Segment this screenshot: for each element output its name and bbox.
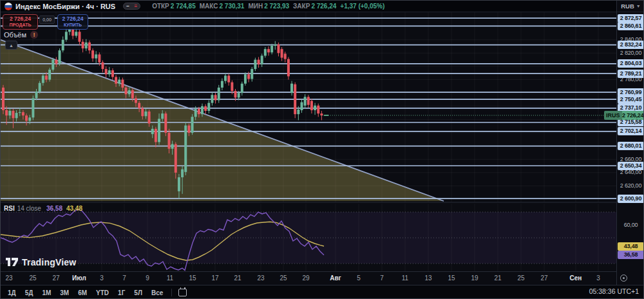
rsi-scale-label[interactable]: 36,58 xyxy=(618,251,644,259)
candle-body[interactable] xyxy=(241,84,243,93)
candle-body[interactable] xyxy=(221,81,223,88)
candle-body[interactable] xyxy=(231,82,233,91)
time-tick-label[interactable]: 27 xyxy=(52,275,59,282)
price-level-label[interactable]: 2 750,45 xyxy=(618,95,644,104)
price-level-label[interactable]: 2 872,57 xyxy=(618,14,644,23)
candle-body[interactable] xyxy=(264,49,267,55)
candle-body[interactable] xyxy=(75,32,77,35)
time-tick-label[interactable]: 11 xyxy=(402,275,408,282)
candle-body[interactable] xyxy=(158,119,160,142)
candle-body[interactable] xyxy=(141,108,144,116)
candle-body[interactable] xyxy=(48,70,51,79)
candle-body[interactable] xyxy=(45,75,48,79)
price-level-label[interactable]: 2 702,14 xyxy=(618,127,644,135)
candle-body[interactable] xyxy=(28,117,31,121)
candle-body[interactable] xyxy=(115,77,117,83)
collapse-pane-button[interactable]: ▲ xyxy=(5,41,17,50)
candle-body[interactable] xyxy=(32,98,34,117)
candle-body[interactable] xyxy=(131,90,134,98)
price-scale[interactable]: RUB ▼ 2 840,002 820,002 780,002 660,002 … xyxy=(616,1,644,285)
candle-body[interactable] xyxy=(111,70,114,77)
price-level-label[interactable]: 2 832,24 xyxy=(618,41,644,49)
candle-body[interactable] xyxy=(244,74,247,83)
candle-body[interactable] xyxy=(201,106,204,114)
candle-body[interactable] xyxy=(82,42,84,48)
price-level-label[interactable]: 2 804,03 xyxy=(618,59,644,68)
range-button-1д[interactable]: 1Д xyxy=(3,286,21,299)
range-button-все[interactable]: Все xyxy=(147,286,167,299)
price-level-label[interactable]: 2 860,61 xyxy=(618,22,644,30)
candle-body[interactable] xyxy=(125,88,128,94)
candle-body[interactable] xyxy=(19,112,21,113)
time-tick-label[interactable]: 13 xyxy=(424,275,431,282)
candle-body[interactable] xyxy=(301,102,303,110)
candle-body[interactable] xyxy=(62,40,64,50)
candle-body[interactable] xyxy=(187,126,190,133)
time-tick-label[interactable]: 5 xyxy=(357,275,361,282)
candle-body[interactable] xyxy=(171,144,174,149)
candle-body[interactable] xyxy=(5,110,8,115)
candle-body[interactable] xyxy=(227,75,230,82)
range-button-1м[interactable]: 1М xyxy=(37,286,55,299)
time-tick-label[interactable]: 29 xyxy=(302,275,309,282)
candle-body[interactable] xyxy=(121,80,124,88)
candle-body[interactable] xyxy=(287,59,290,77)
candle-body[interactable] xyxy=(261,55,263,64)
candle-body[interactable] xyxy=(307,97,310,104)
candle-body[interactable] xyxy=(281,49,283,57)
candle-body[interactable] xyxy=(138,103,140,108)
chart-canvas[interactable] xyxy=(1,1,644,299)
time-tick-label[interactable]: 15 xyxy=(448,275,455,282)
candle-body[interactable] xyxy=(108,70,111,74)
candle-body[interactable] xyxy=(320,113,323,115)
time-axis[interactable]: 232527Июл37911151721232529Авг57111315192… xyxy=(1,271,616,285)
range-button-5д[interactable]: 5Д xyxy=(21,286,38,299)
range-button-5л[interactable]: 5Л xyxy=(129,286,147,299)
candle-body[interactable] xyxy=(59,50,61,64)
range-button-6м[interactable]: 6М xyxy=(73,286,91,299)
candle-body[interactable] xyxy=(191,117,194,133)
time-tick-label[interactable]: 17 xyxy=(211,275,218,282)
candle-body[interactable] xyxy=(2,88,5,110)
sell-button[interactable]: 2 726,24 ПРОДАТЬ xyxy=(3,14,38,30)
candle-body[interactable] xyxy=(78,32,80,41)
time-tick-label[interactable]: 7 xyxy=(380,275,384,282)
range-button-ytd[interactable]: YTD xyxy=(91,286,113,299)
candle-body[interactable] xyxy=(211,95,213,102)
candle-body[interactable] xyxy=(85,43,88,48)
candle-body[interactable] xyxy=(15,113,18,118)
candle-body[interactable] xyxy=(39,83,41,92)
candle-body[interactable] xyxy=(102,63,104,69)
candle-body[interactable] xyxy=(218,88,220,101)
candle-body[interactable] xyxy=(254,60,256,69)
candle-body[interactable] xyxy=(91,50,94,58)
time-tick-label[interactable]: 15 xyxy=(189,275,196,282)
candle-body[interactable] xyxy=(267,49,270,52)
candle-body[interactable] xyxy=(207,103,210,111)
candle-body[interactable] xyxy=(178,177,180,191)
candle-body[interactable] xyxy=(304,97,307,105)
time-tick-label[interactable]: 27 xyxy=(540,275,547,282)
buy-sell-panel-toggle[interactable]: − ≡ xyxy=(123,3,140,10)
candle-body[interactable] xyxy=(258,60,260,64)
time-tick-label[interactable]: 25 xyxy=(29,275,36,282)
candle-body[interactable] xyxy=(42,75,44,82)
candle-body[interactable] xyxy=(317,106,319,113)
time-tick-label[interactable]: 25 xyxy=(279,275,287,282)
candle-body[interactable] xyxy=(310,101,313,110)
candle-body[interactable] xyxy=(151,129,154,134)
volume-legend[interactable]: Объём ! xyxy=(4,31,38,39)
current-price-label[interactable]: IRUS2 726,24 xyxy=(604,111,644,120)
rsi-legend[interactable]: RSI 14 close 36,58 43,48 xyxy=(4,205,82,212)
candle-body[interactable] xyxy=(118,80,120,84)
candle-body[interactable] xyxy=(128,90,131,94)
time-tick-label[interactable]: 19 xyxy=(471,275,478,282)
candle-body[interactable] xyxy=(155,129,157,142)
candle-body[interactable] xyxy=(277,44,279,53)
time-tick-label[interactable]: 23 xyxy=(257,275,264,282)
candle-body[interactable] xyxy=(144,111,147,116)
time-tick-label[interactable]: Июл xyxy=(72,275,86,282)
candle-body[interactable] xyxy=(88,43,91,50)
price-level-label[interactable]: 2 680,01 xyxy=(618,142,644,150)
rsi-scale-label[interactable]: 43,48 xyxy=(618,242,644,251)
